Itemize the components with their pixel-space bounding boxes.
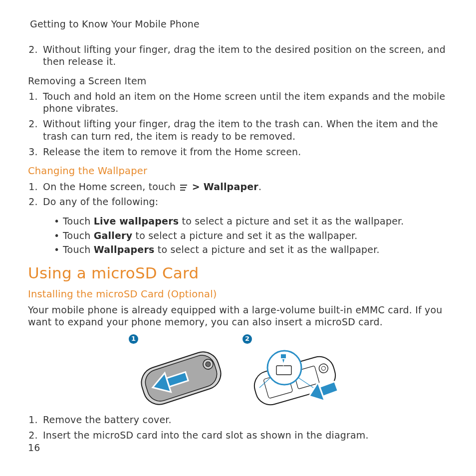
wallpaper-option-live-pre: Touch (63, 216, 94, 227)
wallpaper-option-gallery-pre: Touch (63, 230, 94, 241)
installing-steps-list: Remove the battery cover. Insert the mic… (28, 414, 448, 441)
page-title: Getting to Know Your Mobile Phone (30, 18, 448, 30)
move-item-steps: Without lifting your finger, drag the it… (28, 43, 448, 68)
wallpaper-option-wallpapers-bold: Wallpapers (94, 244, 155, 255)
removing-step-3: Release the item to remove it from the H… (41, 146, 448, 158)
figure-1: 1 (129, 334, 234, 411)
menu-icon (180, 185, 187, 191)
figure-badge-1: 1 (129, 334, 138, 344)
wallpaper-options-list: Touch Live wallpapers to select a pictur… (28, 215, 448, 256)
wallpaper-step-1: On the Home screen, touch > Wallpaper. (41, 181, 448, 193)
installing-microsd-paragraph: Your mobile phone is already equipped wi… (28, 304, 448, 328)
removing-step-1: Touch and hold an item on the Home scree… (41, 90, 448, 115)
wallpaper-step-1-post: . (258, 181, 261, 192)
removing-steps-list: Touch and hold an item on the Home scree… (28, 90, 448, 158)
microsd-figure-row: 1 2 (28, 334, 448, 411)
installing-microsd-heading: Installing the microSD Card (Optional) (28, 288, 448, 300)
changing-wallpaper-heading: Changing the Wallpaper (28, 165, 448, 177)
wallpaper-option-wallpapers-post: to select a picture and set it as the wa… (155, 244, 380, 255)
wallpaper-steps-list: On the Home screen, touch > Wallpaper. D… (28, 181, 448, 208)
installing-step-1: Remove the battery cover. (41, 414, 448, 426)
figure-1-svg (129, 346, 234, 411)
figure-2-svg (242, 346, 347, 411)
svg-rect-14 (280, 354, 286, 359)
wallpaper-option-live: Touch Live wallpapers to select a pictur… (56, 215, 448, 228)
move-item-step-2: Without lifting your finger, drag the it… (41, 43, 448, 68)
removing-step-2: Without lifting your finger, drag the it… (41, 118, 448, 142)
wallpaper-step-1-pre: On the Home screen, touch (43, 181, 179, 192)
installing-step-2: Insert the microSD card into the card sl… (41, 429, 448, 442)
wallpaper-option-live-bold: Live wallpapers (94, 216, 179, 227)
wallpaper-step-1-bold: Wallpaper (204, 181, 258, 192)
wallpaper-option-gallery-post: to select a picture and set it as the wa… (132, 230, 357, 241)
wallpaper-step-2: Do any of the following: (41, 196, 448, 208)
wallpaper-option-gallery: Touch Gallery to select a picture and se… (56, 230, 448, 242)
wallpaper-option-gallery-bold: Gallery (94, 230, 132, 241)
wallpaper-step-1-chevron: > (192, 181, 204, 192)
wallpaper-option-wallpapers: Touch Wallpapers to select a picture and… (56, 243, 448, 256)
using-microsd-heading: Using a microSD Card (28, 263, 448, 283)
figure-2: 2 (242, 334, 347, 411)
wallpaper-option-live-post: to select a picture and set it as the wa… (179, 216, 404, 227)
page-number: 16 (28, 442, 40, 454)
wallpaper-option-wallpapers-pre: Touch (63, 244, 94, 255)
figure-badge-2: 2 (242, 334, 252, 344)
removing-screen-item-heading: Removing a Screen Item (28, 75, 448, 87)
